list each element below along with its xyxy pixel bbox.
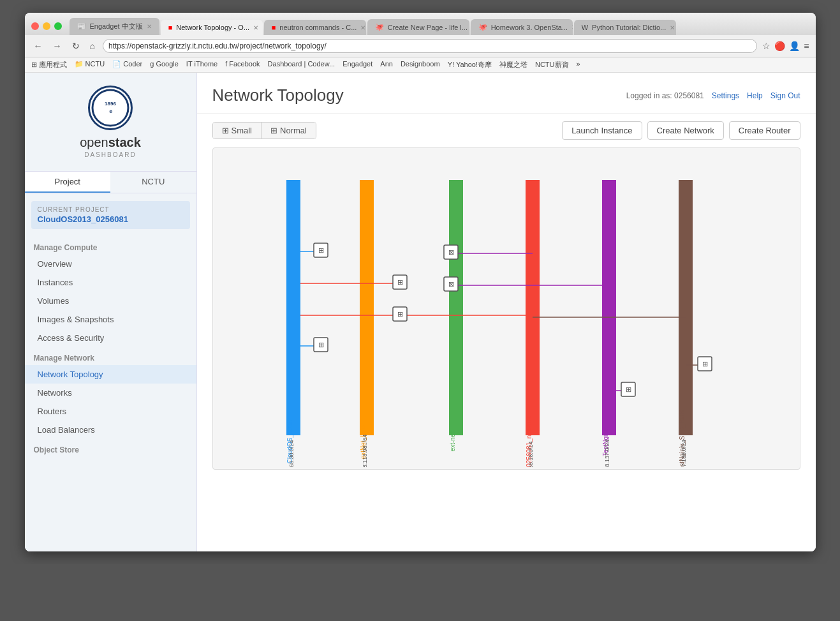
sign-out-link[interactable]: Sign Out: [770, 91, 800, 100]
tab-close-icon[interactable]: ✕: [360, 24, 365, 31]
sidebar-tab-project[interactable]: Project: [25, 172, 111, 193]
logo-text: openstack: [80, 135, 141, 150]
sidebar-item-volumes[interactable]: Volumes: [25, 292, 196, 310]
tab-close-icon[interactable]: ✕: [147, 23, 152, 30]
sidebar-item-overview[interactable]: Overview: [25, 255, 196, 273]
tab-neutron[interactable]: ■ neutron commands - C... ✕: [264, 20, 366, 35]
help-link[interactable]: Help: [747, 91, 763, 100]
content-area: 1896 ⚙ openstack DASHBOARD Project NCTU …: [25, 73, 816, 551]
sidebar-item-network-topology[interactable]: Network Topology: [25, 365, 196, 384]
tab-python[interactable]: W Python Tutorial: Dictio... ✕: [574, 20, 676, 35]
network-bar-0256081[interactable]: [526, 180, 540, 435]
network-bar-extnet-ipv6[interactable]: [360, 180, 374, 435]
page-header: Network Topology Logged in as: 0256081 S…: [197, 73, 816, 114]
svg-text:1896: 1896: [105, 101, 116, 107]
current-project-name: CloudOS2013_0256081: [38, 214, 184, 224]
bookmarks-bar: ⊞ 應用程式 📁 NCTU 📄 Coder g Google IT iThome…: [25, 57, 816, 73]
tab-icon: 🐙: [375, 23, 384, 31]
svg-text:2001:f18:113:98::/64: 2001:f18:113:98::/64: [362, 435, 368, 467]
sidebar-item-routers[interactable]: Routers: [25, 402, 196, 421]
page-title: Network Topology: [212, 86, 344, 105]
network-bar-testnginix-sec[interactable]: [679, 180, 693, 435]
view-small-button[interactable]: ⊞ Small: [213, 123, 262, 138]
more-bookmarks-icon[interactable]: »: [577, 60, 580, 70]
bookmark-ithome[interactable]: IT iThome: [186, 60, 217, 70]
address-bar: ← → ↻ ⌂ ☆ 🔴 👤 ≡: [25, 35, 816, 57]
instance1-symbol: ⊞: [318, 246, 323, 254]
tab-network-topology[interactable]: ■ Network Topology - O... ✕: [161, 20, 263, 35]
bookmark-google[interactable]: g Google: [150, 60, 179, 70]
instance2-symbol: ⊞: [318, 341, 323, 348]
svg-text:192.167.136.0/24: 192.167.136.0/24: [681, 440, 687, 467]
minimize-button[interactable]: [43, 22, 50, 30]
router1-symbol: ⊠: [448, 248, 453, 256]
network-bar-extnet[interactable]: [449, 180, 463, 435]
tab-github-new[interactable]: 🐙 Create New Page - life l... ✕: [367, 19, 469, 35]
sidebar-item-instances[interactable]: Instances: [25, 273, 196, 292]
bookmark-facebook[interactable]: f Facebook: [225, 60, 260, 70]
tab-close-icon[interactable]: ✕: [253, 24, 258, 31]
bookmark-apps[interactable]: ⊞ 應用程式: [31, 60, 67, 70]
header-right: Logged in as: 0256081 Settings Help Sign…: [626, 91, 800, 100]
sidebar: 1896 ⚙ openstack DASHBOARD Project NCTU …: [25, 73, 197, 551]
create-router-button[interactable]: Create Router: [729, 121, 800, 140]
bookmark-dashboard[interactable]: Dashboard | Codew...: [268, 60, 335, 70]
current-project-label: CURRENT PROJECT: [38, 206, 184, 213]
settings-link[interactable]: Settings: [712, 91, 739, 100]
close-button[interactable]: [31, 22, 39, 30]
tab-icon: ■: [272, 24, 276, 31]
forward-button[interactable]: →: [50, 40, 64, 52]
launch-instance-button[interactable]: Launch Instance: [562, 121, 642, 140]
create-network-button[interactable]: Create Network: [647, 121, 724, 140]
browser-tabs: 📰 Engadget 中文版 ✕ ■ Network Topology - O.…: [70, 18, 676, 35]
sidebar-item-access-security[interactable]: Access & Security: [25, 329, 196, 347]
view-normal-button[interactable]: ⊞ Normal: [262, 123, 316, 138]
bookmark-ann[interactable]: Ann: [380, 60, 393, 70]
bookmark-engadget[interactable]: Engadget: [343, 60, 372, 70]
dashboard-label: DASHBOARD: [84, 151, 136, 158]
user-icon[interactable]: 👤: [789, 41, 800, 51]
tab-close-icon[interactable]: ✕: [571, 24, 573, 31]
svg-text:192.168.30.0/24: 192.168.30.0/24: [288, 440, 295, 467]
object-store-title: Object Store: [25, 439, 196, 457]
browser-window: 📰 Engadget 中文版 ✕ ■ Network Topology - O.…: [25, 13, 816, 551]
topology-svg: CloudOS_2013 192.168.30.0/24 extNet_IPv6…: [213, 148, 800, 467]
tab-icon: 📰: [77, 22, 86, 31]
network-bar-testnginix[interactable]: [602, 180, 616, 435]
tab-icon: 🐙: [478, 23, 487, 31]
manage-network-title: Manage Network: [25, 347, 196, 365]
bookmark-nctu-salary[interactable]: NCTU薪資: [535, 60, 569, 70]
settings-icon[interactable]: ≡: [804, 41, 809, 51]
bookmark-coder[interactable]: 📄 Coder: [112, 60, 142, 70]
tab-engadget[interactable]: 📰 Engadget 中文版 ✕: [70, 18, 159, 35]
tab-homework[interactable]: 🐙 Homework 3. OpenSta... ✕: [471, 19, 573, 35]
maximize-button[interactable]: [54, 22, 62, 30]
view-toggle: ⊞ Small ⊞ Normal: [212, 122, 316, 139]
home-button[interactable]: ⌂: [87, 40, 98, 52]
bookmark-shenmozita[interactable]: 神魔之塔: [499, 60, 527, 70]
router3-symbol: ⊞: [397, 278, 402, 286]
current-project: CURRENT PROJECT CloudOS2013_0256081: [31, 201, 190, 229]
title-bar: 📰 Engadget 中文版 ✕ ■ Network Topology - O.…: [25, 13, 816, 35]
sidebar-tab-nctu[interactable]: NCTU: [110, 172, 196, 193]
instance4-symbol: ⊞: [702, 360, 707, 368]
address-input[interactable]: [103, 39, 757, 53]
logo-area: 1896 ⚙ openstack DASHBOARD: [25, 73, 196, 172]
extension-icon[interactable]: 🔴: [774, 41, 785, 51]
tab-close-icon[interactable]: ✕: [670, 24, 675, 31]
bookmark-nctu[interactable]: 📁 NCTU: [75, 60, 105, 70]
network-bar-cloudos2013[interactable]: [286, 180, 300, 435]
tab-icon: ■: [168, 24, 173, 31]
bookmark-icon[interactable]: ☆: [762, 41, 770, 51]
back-button[interactable]: ←: [31, 40, 45, 52]
refresh-button[interactable]: ↻: [70, 40, 82, 52]
sidebar-item-networks[interactable]: Networks: [25, 384, 196, 402]
bookmark-designboom[interactable]: Designboom: [401, 60, 440, 70]
logged-in-label: Logged in as: 0256081: [626, 91, 704, 100]
tab-icon: W: [582, 24, 588, 31]
sidebar-item-load-balancers[interactable]: Load Balancers: [25, 421, 196, 439]
manage-compute-title: Manage Compute: [25, 237, 196, 255]
bookmark-yahoo[interactable]: Y! Yahoo!奇摩: [448, 60, 492, 70]
sidebar-item-images-snapshots[interactable]: Images & Snapshots: [25, 310, 196, 329]
svg-text:ext-net: ext-net: [449, 431, 456, 451]
